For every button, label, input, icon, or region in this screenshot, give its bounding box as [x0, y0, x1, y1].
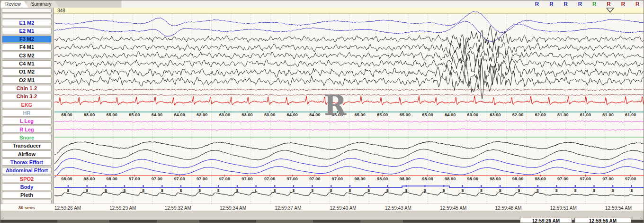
- r-marker-row: RRRRRRRR: [525, 0, 644, 8]
- r-event-marker[interactable]: R: [546, 1, 556, 7]
- channel-label-c4-m1[interactable]: C4 M1: [2, 60, 52, 67]
- channel-label-transducer[interactable]: Transducer: [2, 142, 52, 149]
- event-marker-triangle-icon[interactable]: [606, 8, 615, 13]
- epoch-end-time-field: 12:59:56 AM: [574, 218, 631, 223]
- r-event-marker[interactable]: R: [604, 1, 614, 7]
- channel-label-column: E1 M2E2 M1F3 M2F4 M1C3 M2C4 M1O1 M2O2 M1…: [0, 8, 54, 204]
- psg-review-window: ReviewSummary RRRRRRRR 348 E1 M2E2 M1F3 …: [0, 0, 644, 223]
- channel-label-spacer: [2, 8, 52, 13]
- time-axis-label: 12:59:40 AM: [330, 205, 357, 211]
- channel-label-l-leg[interactable]: L Leg: [2, 118, 52, 125]
- time-axis: 12:59:26 AM12:59:29 AM12:59:32 AM12:59:3…: [0, 204, 644, 211]
- tab-review[interactable]: Review: [0, 1, 28, 8]
- channel-label-o1-m2[interactable]: O1 M2: [2, 68, 52, 75]
- r-event-marker[interactable]: R: [632, 1, 643, 7]
- tab-strip: ReviewSummary: [2, 0, 59, 8]
- tab-bar: ReviewSummary RRRRRRRR: [0, 0, 644, 8]
- waveform-chart-area[interactable]: [54, 8, 644, 204]
- transport-bar: ◄ ► |◀◀▶▶|▶▶|◀◀■▶▶: [0, 211, 644, 218]
- time-axis-label: 12:59:51 AM: [550, 205, 577, 211]
- channel-label-chin-1-2[interactable]: Chin 1-2: [2, 85, 52, 92]
- channel-label-c3-m2[interactable]: C3 M2: [2, 52, 52, 59]
- time-axis-label: 12:59:54 AM: [605, 205, 632, 211]
- channel-label-hr[interactable]: HR: [2, 110, 52, 117]
- r-event-marker[interactable]: R: [575, 1, 585, 7]
- r-event-marker[interactable]: R: [561, 1, 571, 7]
- channel-label-body[interactable]: Body: [2, 183, 52, 190]
- r-event-marker[interactable]: R: [618, 1, 628, 7]
- channel-label-r-leg[interactable]: R Leg: [2, 126, 52, 133]
- channel-label-spacer: [2, 14, 52, 19]
- stage-watermark: R: [324, 94, 346, 117]
- r-event-marker[interactable]: R: [589, 1, 599, 7]
- time-axis-label: 12:59:45 AM: [440, 205, 466, 211]
- channel-label-f4-m1[interactable]: F4 M1: [2, 44, 52, 51]
- channel-label-abdominal-effort[interactable]: Abdominal Effort: [2, 167, 52, 174]
- time-axis-label: 12:59:43 AM: [385, 205, 411, 211]
- epoch-number: 348: [57, 8, 65, 13]
- channel-label-thorax-effort[interactable]: Thorax Effort: [2, 158, 52, 166]
- tab-summary[interactable]: Summary: [24, 1, 59, 8]
- r-event-marker[interactable]: R: [532, 1, 542, 7]
- time-axis-label: 12:59:32 AM: [165, 205, 191, 211]
- channel-label-e2-m1[interactable]: E2 M1: [2, 27, 52, 34]
- time-axis-label: 12:59:48 AM: [495, 205, 521, 211]
- channel-label-snore[interactable]: Snore: [2, 134, 52, 141]
- channel-label-ekg[interactable]: EKG: [2, 101, 52, 108]
- time-axis-label: 12:59:26 AM: [54, 205, 81, 211]
- time-axis-label: 12:59:34 AM: [220, 205, 246, 211]
- channel-label-pleth[interactable]: Pleth: [2, 192, 52, 199]
- channel-label-f3-m2[interactable]: F3 M2: [2, 36, 52, 43]
- channel-label-e1-m2[interactable]: E1 M2: [2, 19, 52, 26]
- channel-label-o2-m1[interactable]: O2 M1: [2, 76, 52, 84]
- time-axis-label: 12:59:29 AM: [109, 205, 136, 211]
- epoch-header-band: 348: [54, 8, 644, 14]
- channel-label-spo2[interactable]: SPO2: [2, 175, 52, 182]
- channel-label-chin-3-2[interactable]: Chin 3-2: [2, 93, 52, 100]
- epoch-start-time-field: 12:59:26 AM: [520, 218, 572, 223]
- channel-label-airflow[interactable]: Airflow: [2, 150, 52, 158]
- time-axis-label: 12:59:37 AM: [275, 205, 301, 211]
- epoch-length-label: 30 secs: [0, 205, 53, 210]
